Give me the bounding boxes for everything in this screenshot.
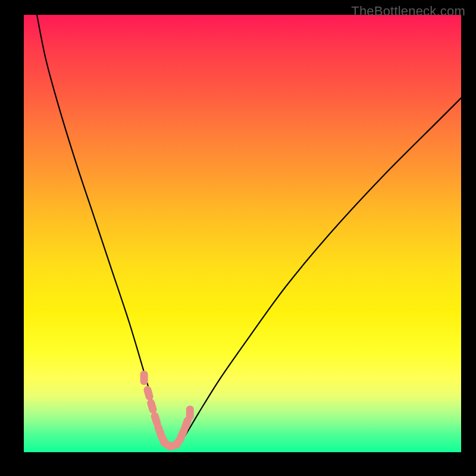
chart-svg — [24, 15, 461, 452]
highlight-markers — [140, 371, 194, 452]
watermark-text: TheBottleneck.com — [351, 4, 465, 19]
highlight-marker — [146, 399, 158, 415]
bottleneck-curve — [37, 15, 461, 448]
highlight-marker — [140, 371, 148, 385]
chart-plot-area — [24, 15, 461, 452]
highlight-marker — [186, 406, 194, 420]
highlight-marker — [143, 385, 154, 401]
